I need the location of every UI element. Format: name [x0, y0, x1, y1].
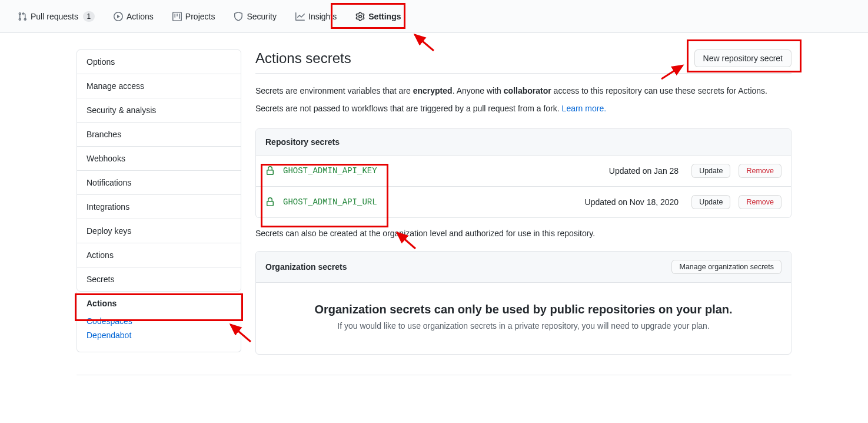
sidebar-subheading-actions: Actions [87, 299, 231, 308]
secret-updated-date: Updated on Nov 18, 2020 [585, 197, 679, 207]
graph-icon [295, 12, 305, 21]
org-info-text: Secrets can also be created at the organ… [255, 229, 791, 238]
footer-divider [77, 375, 791, 375]
sidebar-item-notifications[interactable]: Notifications [77, 171, 241, 195]
tab-pull-requests[interactable]: Pull requests 1 [9, 6, 103, 27]
org-secrets-plan-subtitle: If you would like to use organization se… [268, 321, 779, 331]
new-repository-secret-button[interactable]: New repository secret [694, 49, 791, 67]
sidebar-link-dependabot[interactable]: Dependabot [87, 328, 231, 342]
git-pull-request-icon [18, 12, 27, 21]
manage-organization-secrets-button[interactable]: Manage organization secrets [671, 260, 781, 274]
update-secret-button[interactable]: Update [691, 164, 730, 178]
settings-sidebar: Options Manage access Security & analysi… [77, 49, 241, 355]
secret-name[interactable]: GHOST_ADMIN_API_URL [283, 197, 577, 207]
lock-icon [265, 166, 275, 176]
repository-secrets-heading: Repository secrets [256, 129, 791, 155]
gear-icon [355, 12, 365, 21]
organization-secrets-section: Organization secrets Manage organization… [255, 251, 791, 355]
secret-updated-date: Updated on Jan 28 [609, 166, 679, 176]
sidebar-item-actions[interactable]: Actions [77, 243, 241, 267]
tab-security-label: Security [247, 12, 277, 21]
sidebar-item-security-analysis[interactable]: Security & analysis [77, 98, 241, 123]
description-line-2: Secrets are not passed to workflows that… [255, 102, 791, 115]
sidebar-item-manage-access[interactable]: Manage access [77, 74, 241, 98]
sidebar-item-branches[interactable]: Branches [77, 123, 241, 147]
tab-insights-label: Insights [308, 12, 337, 21]
tab-projects[interactable]: Projects [164, 7, 224, 26]
description-line-1: Secrets are environment variables that a… [255, 84, 791, 97]
update-secret-button[interactable]: Update [691, 195, 730, 209]
remove-secret-button[interactable]: Remove [739, 195, 781, 209]
tab-actions[interactable]: Actions [105, 7, 162, 26]
org-secrets-plan-title: Organization secrets can only be used by… [268, 303, 779, 316]
remove-secret-button[interactable]: Remove [739, 164, 781, 178]
sidebar-item-deploy-keys[interactable]: Deploy keys [77, 219, 241, 243]
tab-projects-label: Projects [185, 12, 215, 21]
tab-insights[interactable]: Insights [287, 7, 345, 26]
tab-security[interactable]: Security [225, 7, 285, 26]
sidebar-item-webhooks[interactable]: Webhooks [77, 147, 241, 171]
learn-more-link[interactable]: Learn more. [562, 104, 606, 113]
play-icon [114, 12, 123, 21]
pull-requests-counter: 1 [83, 11, 95, 22]
secret-row: GHOST_ADMIN_API_KEY Updated on Jan 28 Up… [256, 155, 791, 186]
tab-settings-label: Settings [368, 12, 401, 21]
sidebar-item-options[interactable]: Options [77, 50, 241, 74]
page-title: Actions secrets [255, 50, 351, 67]
shield-icon [234, 12, 243, 21]
tab-actions-label: Actions [127, 12, 154, 21]
main-content: Actions secrets New repository secret Se… [255, 49, 791, 355]
tab-pull-requests-label: Pull requests [31, 12, 78, 21]
sidebar-link-codespaces[interactable]: Codespaces [87, 314, 231, 328]
secret-name[interactable]: GHOST_ADMIN_API_KEY [283, 166, 601, 176]
repo-top-nav: Pull requests 1 Actions Projects Securit… [0, 0, 868, 33]
lock-icon [265, 197, 275, 207]
tab-settings[interactable]: Settings [347, 7, 409, 26]
repository-secrets-section: Repository secrets GHOST_ADMIN_API_KEY U… [255, 128, 791, 218]
secret-row: GHOST_ADMIN_API_URL Updated on Nov 18, 2… [256, 186, 791, 217]
organization-secrets-heading: Organization secrets [265, 262, 347, 272]
sidebar-item-integrations[interactable]: Integrations [77, 195, 241, 219]
sidebar-item-secrets[interactable]: Secrets [77, 267, 241, 291]
project-icon [172, 12, 182, 21]
